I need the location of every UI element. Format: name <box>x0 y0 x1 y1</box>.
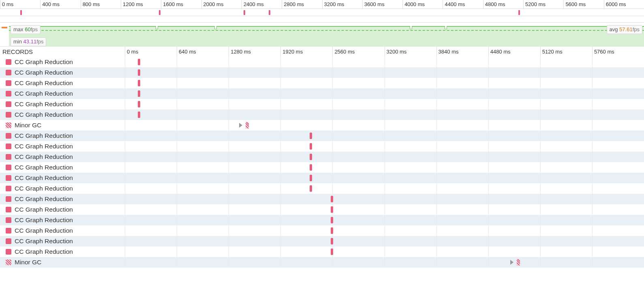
record-timeline[interactable] <box>125 88 644 99</box>
record-swatch-icon <box>6 175 11 181</box>
record-row[interactable]: CC Graph Reduction <box>0 78 644 88</box>
record-timeline[interactable] <box>125 99 644 109</box>
record-marker[interactable] <box>331 206 333 213</box>
record-marker[interactable] <box>310 154 312 160</box>
record-timeline[interactable] <box>125 120 644 131</box>
record-row[interactable]: CC Graph Reduction <box>0 194 644 204</box>
record-timeline[interactable] <box>125 109 644 120</box>
record-swatch-icon <box>6 59 11 65</box>
record-marker[interactable] <box>138 90 140 97</box>
record-marker[interactable] <box>246 122 249 129</box>
record-row[interactable]: CC Graph Reduction <box>0 99 644 109</box>
record-row[interactable]: CC Graph Reduction <box>0 57 644 67</box>
record-timeline[interactable] <box>125 215 644 225</box>
record-marker[interactable] <box>310 185 312 192</box>
record-marker[interactable] <box>138 59 140 65</box>
overview-marker[interactable] <box>244 10 245 15</box>
record-row[interactable]: CC Graph Reduction <box>0 131 644 141</box>
overview-ruler-tick: 2400 ms <box>242 0 264 9</box>
record-row[interactable]: CC Graph Reduction <box>0 152 644 162</box>
waterfall-ruler-tick: 5760 ms <box>592 47 614 57</box>
waterfall-ruler[interactable]: 0 ms640 ms1280 ms1920 ms2560 ms3200 ms38… <box>125 47 644 57</box>
overview-marker[interactable] <box>159 10 160 15</box>
framerate-avg-value: 57.61 <box>619 26 633 32</box>
record-label: CC Graph Reduction <box>15 216 73 224</box>
record-label: CC Graph Reduction <box>15 227 73 234</box>
record-label-cell: CC Graph Reduction <box>0 238 125 245</box>
overview-ruler[interactable]: 0 ms400 ms800 ms1200 ms1600 ms2000 ms240… <box>0 0 644 9</box>
record-marker[interactable] <box>310 133 312 139</box>
record-marker[interactable] <box>310 175 312 181</box>
overview-marker[interactable] <box>518 10 520 15</box>
framerate-avg-badge: avg 57.61fps <box>607 25 642 34</box>
record-row[interactable]: CC Graph Reduction <box>0 67 644 78</box>
expand-triangle-icon[interactable] <box>510 260 513 265</box>
record-marker[interactable] <box>310 143 312 150</box>
record-label: CC Graph Reduction <box>15 111 73 118</box>
record-timeline[interactable] <box>125 78 644 88</box>
record-row[interactable]: CC Graph Reduction <box>0 141 644 152</box>
overview-marker[interactable] <box>20 10 22 15</box>
record-row[interactable]: CC Graph Reduction <box>0 215 644 225</box>
record-marker[interactable] <box>331 217 333 223</box>
record-swatch-icon <box>6 165 11 170</box>
waterfall-ruler-tick: 5120 ms <box>540 47 563 57</box>
framerate-avg-unit: fps <box>633 26 640 32</box>
record-timeline[interactable] <box>125 162 644 173</box>
overview-marker-strip[interactable] <box>0 9 644 16</box>
record-timeline[interactable] <box>125 236 644 246</box>
record-row[interactable]: CC Graph Reduction <box>0 236 644 246</box>
record-marker[interactable] <box>310 164 312 171</box>
waterfall[interactable]: CC Graph ReductionCC Graph ReductionCC G… <box>0 57 644 268</box>
record-timeline[interactable] <box>125 131 644 141</box>
framerate-min-label: min <box>13 39 22 45</box>
overview-ruler-tick: 2800 ms <box>282 0 304 9</box>
record-timeline[interactable] <box>125 141 644 152</box>
record-timeline[interactable] <box>125 257 644 268</box>
expand-triangle-icon[interactable] <box>239 123 242 128</box>
record-marker[interactable] <box>517 259 520 266</box>
framerate-dip <box>156 26 158 29</box>
record-row[interactable]: CC Graph Reduction <box>0 162 644 173</box>
record-timeline[interactable] <box>125 152 644 162</box>
framerate-chart[interactable]: max 60fps min 43.11fps avg 57.61fps <box>0 23 644 46</box>
waterfall-ruler-tick: 4480 ms <box>488 47 511 57</box>
record-row[interactable]: CC Graph Reduction <box>0 109 644 120</box>
framerate-max-badge: max 60fps <box>11 25 41 34</box>
record-timeline[interactable] <box>125 173 644 183</box>
record-row[interactable]: CC Graph Reduction <box>0 225 644 236</box>
record-label: CC Graph Reduction <box>15 195 73 203</box>
record-row[interactable]: Minor GC <box>0 257 644 268</box>
record-row[interactable]: CC Graph Reduction <box>0 204 644 215</box>
record-timeline[interactable] <box>125 246 644 257</box>
record-marker[interactable] <box>138 69 140 76</box>
record-label: CC Graph Reduction <box>15 79 73 87</box>
record-timeline[interactable] <box>125 67 644 78</box>
record-marker[interactable] <box>331 238 333 244</box>
record-timeline[interactable] <box>125 204 644 215</box>
record-row[interactable]: CC Graph Reduction <box>0 173 644 183</box>
record-marker[interactable] <box>138 80 140 86</box>
record-marker[interactable] <box>331 196 333 202</box>
record-label-cell: CC Graph Reduction <box>0 101 125 108</box>
record-timeline[interactable] <box>125 194 644 204</box>
record-timeline[interactable] <box>125 57 644 67</box>
record-label: CC Graph Reduction <box>15 69 73 76</box>
overview-marker[interactable] <box>269 10 270 15</box>
record-label: Minor GC <box>15 122 41 129</box>
record-row[interactable]: CC Graph Reduction <box>0 88 644 99</box>
record-marker[interactable] <box>138 101 140 107</box>
record-swatch-icon <box>6 122 11 128</box>
record-row[interactable]: CC Graph Reduction <box>0 246 644 257</box>
record-marker[interactable] <box>138 111 140 118</box>
record-timeline[interactable] <box>125 225 644 236</box>
overview-strip-secondary <box>0 16 644 23</box>
record-row[interactable]: Minor GC <box>0 120 644 131</box>
record-marker[interactable] <box>331 249 333 255</box>
waterfall-ruler-tick: 1920 ms <box>280 47 303 57</box>
record-label-cell: CC Graph Reduction <box>0 79 125 87</box>
record-timeline[interactable] <box>125 183 644 194</box>
record-swatch-icon <box>6 259 11 265</box>
record-marker[interactable] <box>331 227 333 234</box>
record-row[interactable]: CC Graph Reduction <box>0 183 644 194</box>
